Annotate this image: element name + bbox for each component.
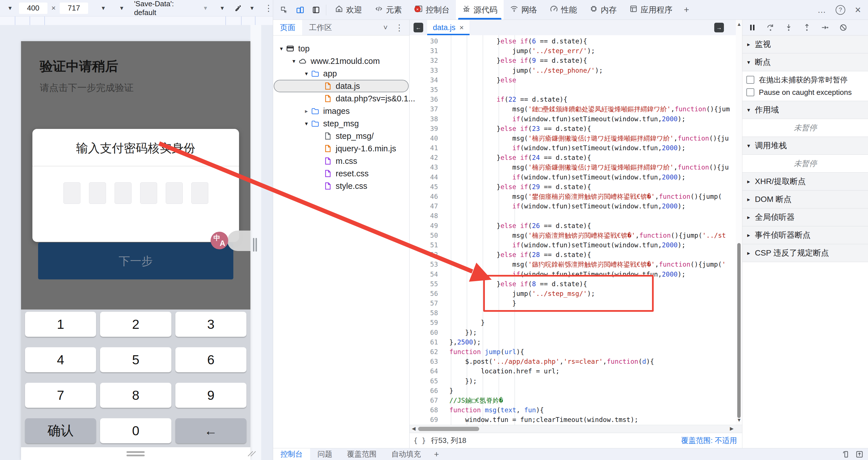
code-line-30[interactable]: 30 }else if(6 == d.state){ xyxy=(409,36,742,46)
code-line-53[interactable]: 53 msg('鏃犳晥鎿嶄綔澶辫触锛岃閲嶆柊鍙戦€锛�',function(){… xyxy=(409,260,742,269)
corner-resize-grip[interactable] xyxy=(250,450,259,459)
tree-item-images[interactable]: ▸images xyxy=(273,105,409,117)
code-line-64[interactable]: 64 location.href = url; xyxy=(409,366,742,376)
section-caret-icon[interactable]: ▾ xyxy=(742,59,755,66)
line-number[interactable]: 37 xyxy=(409,104,438,114)
tab-performance[interactable]: 性能 xyxy=(544,0,583,20)
add-drawer-tab-button[interactable]: + xyxy=(428,448,445,460)
inspect-cursor-icon[interactable] xyxy=(280,6,288,14)
drawer-tab-覆盖范围[interactable]: 覆盖范围 xyxy=(340,448,384,460)
line-number[interactable]: 33 xyxy=(409,66,438,75)
tree-caret-icon[interactable]: ▾ xyxy=(302,120,311,127)
tab-memory[interactable]: 内存 xyxy=(583,0,623,20)
code-line-60[interactable]: 60 }); xyxy=(409,328,742,337)
section-caret-icon[interactable]: ▾ xyxy=(742,106,755,113)
keypad-key-1[interactable]: 1 xyxy=(25,312,96,337)
section-caret-icon[interactable]: ▸ xyxy=(742,232,755,238)
line-number[interactable]: 45 xyxy=(409,182,438,192)
debug-section-XHR-[interactable]: ▸XHR/提取断点 xyxy=(742,173,868,191)
checkbox-icon[interactable] xyxy=(746,76,754,84)
code-line-69[interactable]: 69 window.tfun = fun;clearTimeout(window… xyxy=(409,415,742,425)
debug-section--[interactable]: ▾作用域 xyxy=(742,101,868,119)
line-number[interactable]: 48 xyxy=(409,211,438,221)
code-line-52[interactable]: 52 }else if(28 == d.state){ xyxy=(409,250,742,260)
step-into-icon[interactable] xyxy=(784,23,793,32)
tree-item-jquery-1.6.min.js[interactable]: jquery-1.6.min.js xyxy=(273,142,409,155)
step-icon[interactable] xyxy=(821,23,829,32)
tree-caret-icon[interactable]: ▾ xyxy=(302,70,311,77)
pin-box-6[interactable] xyxy=(191,182,208,204)
tab-welcome[interactable]: 欢迎 xyxy=(329,0,368,20)
eyedropper-icon[interactable] xyxy=(234,4,242,12)
line-number[interactable]: 38 xyxy=(409,114,438,124)
debug-section--[interactable]: ▸监视 xyxy=(742,35,868,54)
line-number[interactable]: 52 xyxy=(409,250,438,260)
next-step-button[interactable]: 下一步 xyxy=(38,242,234,280)
device-posture-icon[interactable] xyxy=(842,450,850,459)
tree-caret-icon[interactable]: ▸ xyxy=(302,108,311,114)
code-line-35[interactable]: 35 xyxy=(409,85,742,95)
line-number[interactable]: 65 xyxy=(409,376,438,386)
keypad-key-9[interactable]: 9 xyxy=(175,383,246,408)
help-icon[interactable]: ? xyxy=(836,5,845,15)
keypad-key-7[interactable]: 7 xyxy=(25,383,96,408)
debug-section--[interactable]: ▾调用堆栈 xyxy=(742,137,868,155)
close-tab-icon[interactable]: × xyxy=(460,23,464,32)
line-number[interactable]: 59 xyxy=(409,318,438,327)
navigator-tab-工作区[interactable]: 工作区 xyxy=(302,20,339,35)
scroll-up-icon[interactable]: ▲ xyxy=(737,22,742,27)
code-line-31[interactable]: 31 jump('../step_err/'); xyxy=(409,46,742,56)
checkbox-row[interactable]: Pause on caught exceptions xyxy=(742,86,868,99)
keypad-key-8[interactable]: 8 xyxy=(100,383,171,408)
tree-item-m.css[interactable]: m.css xyxy=(273,155,409,167)
dock-side-icon[interactable] xyxy=(312,6,320,14)
line-number[interactable]: 67 xyxy=(409,396,438,405)
debug-section-CSP-[interactable]: ▸CSP 违反了规定断点 xyxy=(742,244,868,262)
debug-section--[interactable]: ▸全局侦听器 xyxy=(742,208,868,226)
line-number[interactable]: 66 xyxy=(409,386,438,396)
devtools-menu-icon[interactable]: … xyxy=(817,5,826,15)
tree-caret-icon[interactable]: ▾ xyxy=(277,45,286,52)
device-toolbar-menu-icon[interactable]: ⋮ xyxy=(264,3,273,13)
code-line-66[interactable]: 66} xyxy=(409,386,742,396)
drawer-tab-自动填充[interactable]: 自动填充 xyxy=(384,448,428,460)
vscroll-thumb[interactable] xyxy=(737,243,741,418)
code-line-43[interactable]: 43 msg('楠岃瘉鐮侀獙璇佸け璐ワ紝璇烽噸鏂拌緭鍏ワ紒',function(… xyxy=(409,162,742,172)
line-number[interactable]: 63 xyxy=(409,357,438,366)
zoom-caret-icon[interactable]: ▼ xyxy=(101,5,106,11)
tree-item-data.js[interactable]: data.js xyxy=(273,80,409,92)
keypad-key-5[interactable]: 5 xyxy=(100,347,171,372)
eyedropper-caret-icon[interactable]: ▼ xyxy=(249,5,255,11)
code-line-40[interactable]: 40 msg('楠岃瘉鐮侀獙璇佸け璐ワ紝璇烽噸鏂拌緭鍏ワ紒',function(… xyxy=(409,133,742,143)
keypad-key-2[interactable]: 2 xyxy=(100,312,171,337)
section-caret-icon[interactable]: ▸ xyxy=(742,41,755,48)
debug-section--[interactable]: ▾断点 xyxy=(742,54,868,71)
keypad-key-←[interactable]: ← xyxy=(175,418,246,443)
step-out-icon[interactable] xyxy=(803,23,811,32)
code-area[interactable]: 30 }else if(6 == d.state){31 jump('../st… xyxy=(409,35,742,425)
drag-handle-icon[interactable] xyxy=(126,451,145,453)
tree-item-www.21mould.com[interactable]: ▾www.21mould.com xyxy=(273,55,409,67)
line-number[interactable]: 47 xyxy=(409,201,438,211)
translate-icon[interactable]: 中 A xyxy=(211,232,228,249)
tree-item-reset.css[interactable]: reset.css xyxy=(273,167,409,180)
pin-box-5[interactable] xyxy=(166,182,183,204)
chevron-down-icon[interactable]: ˅ xyxy=(383,23,388,32)
tab-network[interactable]: 网络 xyxy=(504,0,544,20)
tree-item-app[interactable]: ▾app xyxy=(273,67,409,80)
scroll-right-icon[interactable]: ▶ xyxy=(730,426,734,432)
back-arrow-icon[interactable]: ← xyxy=(413,23,423,32)
line-number[interactable]: 53 xyxy=(409,260,438,269)
code-line-33[interactable]: 33 jump('../step_phone/'); xyxy=(409,66,742,75)
code-line-47[interactable]: 47 if(window.tfun)setTimeout(window.tfun… xyxy=(409,201,742,211)
horizontal-scrollbar[interactable]: ◀ ▶ xyxy=(409,425,742,433)
checkbox-icon[interactable] xyxy=(746,88,754,96)
editor-tab-datajs[interactable]: data.js × xyxy=(427,20,469,35)
code-line-59[interactable]: 59 } xyxy=(409,318,742,327)
pin-box-4[interactable] xyxy=(140,182,157,204)
section-caret-icon[interactable]: ▸ xyxy=(742,250,755,256)
scroll-left-icon[interactable]: ◀ xyxy=(412,426,415,432)
rotate-caret-icon[interactable]: ▼ xyxy=(119,5,124,11)
pin-box-1[interactable] xyxy=(63,182,81,204)
drawer-tab-控制台[interactable]: 控制台 xyxy=(273,448,310,460)
